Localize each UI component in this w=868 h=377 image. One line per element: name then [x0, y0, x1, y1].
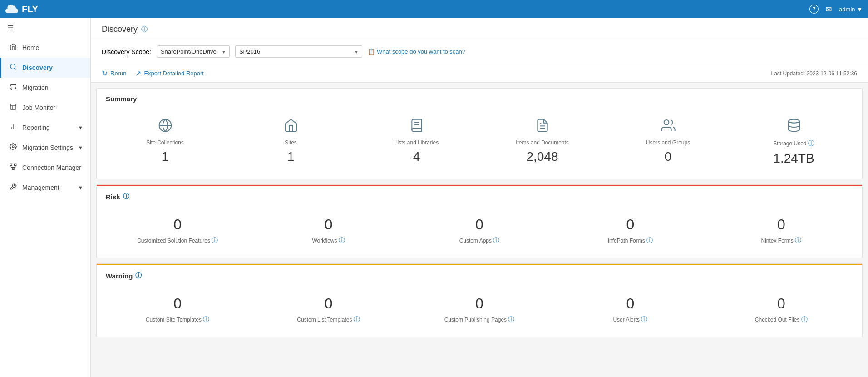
sites-label: Sites: [285, 139, 297, 146]
scope-value-wrapper[interactable]: SP2016: [235, 45, 362, 58]
svg-point-23: [664, 120, 669, 125]
sidebar-item-label: Connection Manager: [22, 164, 81, 171]
export-button[interactable]: ↗ Export Detailed Report: [135, 69, 204, 78]
main-content: Discovery ⓘ Discovery Scope: SharePoint/…: [91, 18, 868, 377]
stat-workflows: 0 Workflows ⓘ: [255, 216, 402, 245]
stat-storage-used: Storage Used ⓘ 1.24TB: [733, 118, 855, 166]
sidebar-item-discovery[interactable]: Discovery: [0, 58, 90, 78]
lists-libraries-icon: [409, 118, 424, 136]
checked-out-files-value: 0: [777, 295, 785, 312]
custom-apps-value: 0: [475, 216, 483, 233]
last-updated-value: 2023-12-06 11:52:36: [807, 70, 857, 77]
user-alerts-value: 0: [626, 295, 635, 312]
risk-title: Risk: [106, 193, 120, 201]
last-updated: Last Updated: 2023-12-06 11:52:36: [771, 70, 858, 77]
management-arrow: ▼: [78, 185, 83, 190]
svg-point-8: [12, 146, 14, 148]
sidebar-item-management[interactable]: Management ▼: [0, 178, 90, 198]
custom-site-templates-label: Custom Site Templates ⓘ: [146, 316, 210, 324]
svg-rect-9: [10, 164, 12, 165]
cpp-info-icon[interactable]: ⓘ: [508, 316, 514, 323]
cst-info-icon[interactable]: ⓘ: [203, 316, 209, 323]
stat-infopath-forms: 0 InfoPath Forms ⓘ: [557, 216, 704, 245]
stat-custom-list-templates: 0 Custom List Templates ⓘ: [255, 295, 402, 324]
stat-site-collections: Site Collections 1: [104, 118, 226, 166]
clt-info-icon[interactable]: ⓘ: [354, 316, 360, 323]
risk-info-icon[interactable]: ⓘ: [123, 193, 129, 201]
users-groups-icon: [661, 118, 676, 136]
home-icon: [9, 43, 18, 52]
stat-users-groups: Users and Groups 0: [607, 118, 729, 166]
migration-settings-icon: [9, 143, 18, 152]
infopath-forms-value: 0: [626, 216, 635, 233]
custom-publishing-pages-label: Custom Publishing Pages ⓘ: [444, 316, 515, 324]
customized-solution-value: 0: [173, 216, 182, 233]
top-nav: FLY ? ✉ admin ▼: [0, 0, 868, 18]
stat-user-alerts: 0 User Alerts ⓘ: [557, 295, 704, 324]
rerun-button[interactable]: ↻ Rerun: [102, 69, 126, 78]
custom-apps-info-icon[interactable]: ⓘ: [493, 237, 499, 244]
stat-nintex-forms: 0 Nintex Forms ⓘ: [708, 216, 855, 245]
sidebar-item-job-monitor[interactable]: Job Monitor: [0, 98, 90, 118]
workflows-info-icon[interactable]: ⓘ: [339, 237, 345, 244]
ua-info-icon[interactable]: ⓘ: [641, 316, 647, 323]
scope-value-select[interactable]: SP2016: [235, 45, 362, 58]
storage-used-icon: [787, 118, 801, 136]
site-collections-icon: [158, 118, 173, 136]
svg-line-1: [15, 68, 16, 69]
sidebar-item-connection-manager[interactable]: Connection Manager: [0, 158, 90, 178]
export-icon: ↗: [135, 69, 141, 78]
sidebar-item-migration[interactable]: Migration: [0, 78, 90, 98]
hamburger-menu[interactable]: ☰: [0, 18, 90, 38]
export-label: Export Detailed Report: [144, 70, 204, 77]
custom-site-templates-value: 0: [173, 295, 182, 312]
toolbar: ↻ Rerun ↗ Export Detailed Report Last Up…: [91, 64, 868, 83]
infopath-forms-label: InfoPath Forms ⓘ: [608, 237, 653, 245]
stat-lists-libraries: Lists and Libraries 4: [355, 118, 478, 166]
sidebar: ☰ Home Discovery Migration: [0, 18, 91, 377]
items-documents-icon: [535, 118, 550, 136]
summary-header: Summary: [97, 89, 862, 109]
customized-info-icon[interactable]: ⓘ: [212, 237, 218, 244]
scope-type-select[interactable]: SharePoint/OneDrive: [157, 45, 230, 58]
risk-section: Risk ⓘ 0 Customized Solution Features ⓘ …: [96, 184, 863, 258]
lists-libraries-label: Lists and Libraries: [395, 139, 439, 146]
sidebar-item-reporting[interactable]: Reporting ▼: [0, 118, 90, 138]
sidebar-item-label: Discovery: [22, 64, 53, 71]
infopath-info-icon[interactable]: ⓘ: [646, 237, 653, 244]
storage-info-icon[interactable]: ⓘ: [808, 139, 814, 147]
sidebar-item-migration-settings[interactable]: Migration Settings ▼: [0, 138, 90, 158]
sites-icon: [284, 118, 298, 136]
cof-info-icon[interactable]: ⓘ: [801, 316, 808, 323]
stat-custom-apps: 0 Custom Apps ⓘ: [406, 216, 553, 245]
svg-rect-10: [15, 164, 16, 165]
items-documents-label: Items and Documents: [516, 139, 569, 146]
stat-items-documents: Items and Documents 2,048: [481, 118, 603, 166]
sidebar-item-home[interactable]: Home: [0, 38, 90, 58]
users-groups-label: Users and Groups: [646, 139, 690, 146]
user-menu[interactable]: admin ▼: [839, 6, 863, 13]
rerun-icon: ↻: [102, 69, 108, 78]
nintex-forms-label: Nintex Forms ⓘ: [761, 237, 801, 245]
sites-value: 1: [287, 149, 295, 164]
nintex-info-icon[interactable]: ⓘ: [795, 237, 801, 244]
nav-left: FLY: [5, 4, 38, 15]
scope-label: Discovery Scope:: [102, 48, 151, 55]
stat-customized-solution: 0 Customized Solution Features ⓘ: [104, 216, 251, 245]
customized-solution-label: Customized Solution Features ⓘ: [137, 237, 218, 245]
warning-info-icon[interactable]: ⓘ: [135, 272, 142, 280]
scope-type-wrapper[interactable]: SharePoint/OneDrive: [157, 45, 230, 58]
scope-help-link[interactable]: 📋 What scope do you want to scan?: [368, 48, 465, 55]
nintex-forms-value: 0: [777, 216, 785, 233]
stat-checked-out-files: 0 Checked Out Files ⓘ: [708, 295, 855, 324]
warning-stats: 0 Custom Site Templates ⓘ 0 Custom List …: [97, 286, 862, 337]
risk-stats: 0 Customized Solution Features ⓘ 0 Workf…: [97, 207, 862, 258]
help-button[interactable]: ?: [809, 5, 819, 14]
items-documents-value: 2,048: [526, 149, 558, 164]
page-title-info-icon[interactable]: ⓘ: [141, 25, 148, 34]
scope-link-text: What scope do you want to scan?: [377, 48, 465, 55]
migration-settings-arrow: ▼: [78, 145, 83, 150]
reporting-arrow: ▼: [78, 125, 83, 130]
svg-rect-2: [10, 104, 16, 109]
mail-button[interactable]: ✉: [826, 5, 832, 14]
